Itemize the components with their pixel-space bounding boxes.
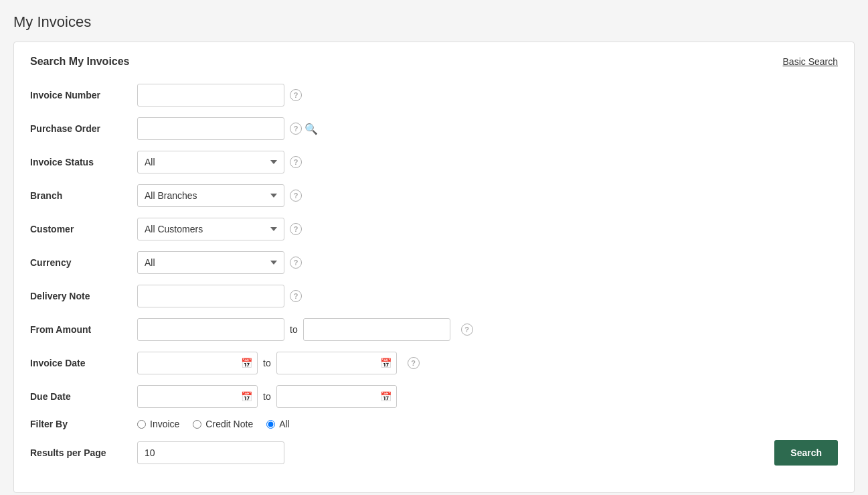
invoice-number-input[interactable] (137, 84, 284, 107)
due-date-to-wrapper: 📅 (276, 385, 397, 408)
invoice-date-range: 📅 to 📅 ? (137, 352, 420, 374)
to-amount-input[interactable] (303, 318, 450, 341)
customer-label: Customer (30, 224, 137, 234)
filter-by-label: Filter By (30, 419, 137, 429)
invoice-date-to-input[interactable] (276, 352, 397, 374)
customer-row: Customer All Customers Customer 1 Custom… (30, 218, 838, 240)
currency-help-icon[interactable]: ? (290, 257, 302, 269)
invoice-date-to-label: to (263, 358, 271, 368)
filter-invoice-label: Invoice (150, 419, 179, 429)
purchase-order-input[interactable] (137, 117, 284, 140)
invoice-status-row: Invoice Status All Open Closed Cancelled… (30, 151, 838, 173)
invoice-date-from-wrapper: 📅 (137, 352, 258, 374)
filter-credit-note-label: Credit Note (205, 419, 253, 429)
due-date-range: 📅 to 📅 (137, 385, 397, 408)
from-amount-input[interactable] (137, 318, 284, 341)
due-date-from-input[interactable] (137, 385, 258, 408)
from-amount-help-icon[interactable]: ? (461, 324, 473, 336)
delivery-note-input[interactable] (137, 285, 284, 307)
due-date-to-calendar-icon[interactable]: 📅 (380, 391, 392, 402)
currency-select[interactable]: All USD EUR GBP (137, 251, 284, 274)
invoice-date-label: Invoice Date (30, 358, 137, 368)
invoice-date-to-wrapper: 📅 (276, 352, 397, 374)
invoice-number-help-icon[interactable]: ? (290, 89, 302, 101)
due-date-to-label: to (263, 391, 271, 402)
invoice-date-from-calendar-icon[interactable]: 📅 (241, 358, 252, 368)
purchase-order-label: Purchase Order (30, 123, 137, 134)
results-left: Results per Page (30, 441, 284, 464)
filter-invoice-radio[interactable] (137, 420, 146, 429)
delivery-note-row: Delivery Note ? (30, 285, 838, 307)
delivery-note-help-icon[interactable]: ? (290, 290, 302, 302)
delivery-note-label: Delivery Note (30, 291, 137, 301)
branch-help-icon[interactable]: ? (290, 190, 302, 202)
results-per-page-input[interactable] (137, 441, 284, 464)
branch-row: Branch All Branches Branch 1 Branch 2 ? (30, 184, 838, 207)
due-date-from-wrapper: 📅 (137, 385, 258, 408)
branch-label: Branch (30, 190, 137, 201)
from-amount-to-label: to (290, 324, 298, 335)
search-button[interactable]: Search (774, 440, 838, 466)
purchase-order-help-icon[interactable]: ? (290, 123, 302, 135)
customer-help-icon[interactable]: ? (290, 223, 302, 235)
invoice-number-label: Invoice Number (30, 90, 137, 100)
invoice-date-to-calendar-icon[interactable]: 📅 (380, 358, 392, 368)
currency-label: Currency (30, 257, 137, 268)
results-row: Results per Page Search (30, 440, 838, 466)
purchase-order-row: Purchase Order ? 🔍 (30, 117, 838, 140)
invoice-status-select[interactable]: All Open Closed Cancelled (137, 151, 284, 173)
currency-row: Currency All USD EUR GBP ? (30, 251, 838, 274)
filter-all-radio[interactable] (266, 420, 275, 429)
filter-invoice-option[interactable]: Invoice (137, 419, 179, 429)
invoice-status-label: Invoice Status (30, 157, 137, 167)
invoice-number-row: Invoice Number ? (30, 84, 838, 107)
due-date-row: Due Date 📅 to 📅 (30, 385, 838, 408)
card-header-title: Search My Invoices (30, 56, 130, 68)
filter-options: Invoice Credit Note All (137, 419, 290, 429)
page-title: My Invoices (13, 13, 855, 31)
from-amount-range: to ? (137, 318, 473, 341)
from-amount-label: From Amount (30, 324, 137, 335)
basic-search-link[interactable]: Basic Search (783, 56, 838, 67)
due-date-from-calendar-icon[interactable]: 📅 (241, 391, 252, 402)
customer-select[interactable]: All Customers Customer 1 Customer 2 (137, 218, 284, 240)
invoice-date-row: Invoice Date 📅 to 📅 ? (30, 352, 838, 374)
filter-by-row: Filter By Invoice Credit Note All (30, 419, 838, 429)
filter-all-option[interactable]: All (266, 419, 290, 429)
results-per-page-label: Results per Page (30, 447, 137, 458)
invoice-status-help-icon[interactable]: ? (290, 156, 302, 168)
card-header: Search My Invoices Basic Search (30, 56, 838, 68)
search-card: Search My Invoices Basic Search Invoice … (13, 42, 855, 493)
filter-credit-note-option[interactable]: Credit Note (193, 419, 253, 429)
invoice-date-from-input[interactable] (137, 352, 258, 374)
from-amount-row: From Amount to ? (30, 318, 838, 341)
due-date-to-input[interactable] (276, 385, 397, 408)
filter-all-label: All (279, 419, 290, 429)
due-date-label: Due Date (30, 391, 137, 402)
branch-select[interactable]: All Branches Branch 1 Branch 2 (137, 184, 284, 207)
filter-credit-note-radio[interactable] (193, 420, 201, 429)
invoice-date-help-icon[interactable]: ? (408, 357, 420, 369)
purchase-order-search-icon[interactable]: 🔍 (305, 123, 318, 135)
